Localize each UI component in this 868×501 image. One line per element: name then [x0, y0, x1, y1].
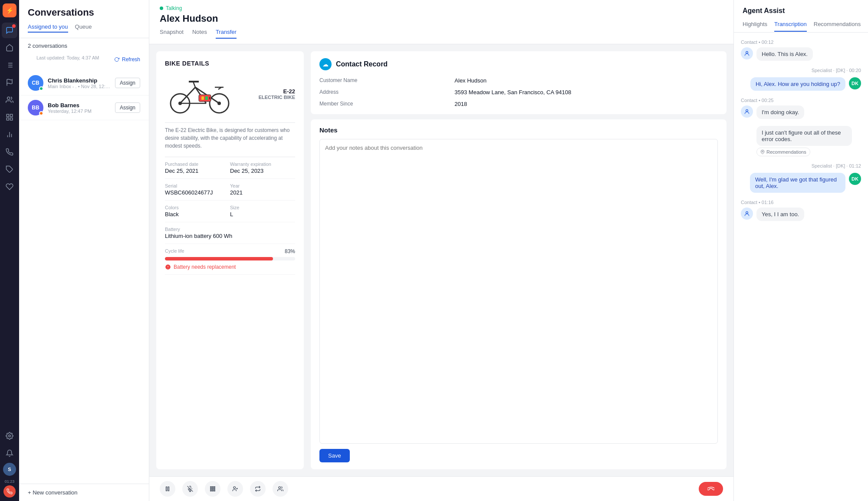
nav-home[interactable] [2, 40, 17, 56]
message-group: Contact • 00:12 Hello. This is Alex. [741, 40, 861, 61]
detail-value: Black [165, 211, 230, 218]
nav-conversations[interactable] [2, 23, 17, 38]
svg-point-50 [233, 487, 236, 489]
keypad-button[interactable] [205, 481, 220, 497]
bike-description: The E-22 Electric Bike, is designed for … [165, 122, 295, 150]
message-bubble: Yes, I I am too. [756, 208, 804, 221]
tab-recommendations[interactable]: Recommendations [814, 21, 861, 32]
detail-value: Dec 25, 2023 [230, 168, 295, 174]
tab-notes[interactable]: Notes [192, 29, 207, 39]
nav-grid[interactable] [2, 109, 17, 125]
detail-label: Battery [165, 227, 295, 232]
nav-flag[interactable] [2, 75, 17, 90]
svg-rect-9 [10, 114, 13, 116]
message-timestamp: Contact • 00:25 [741, 98, 861, 103]
message-group: Specialist · [DK] · 00:20 Hi, Alex. How … [741, 68, 861, 91]
bike-model-sub: ELECTRIC BIKE [259, 95, 295, 100]
talking-badge: Talking [160, 5, 723, 11]
conv-info: Chris Blankenship Main Inbox - . • Nov 2… [48, 77, 111, 89]
detail-serial: Serial WSBC606024677J [165, 179, 230, 201]
notes-textarea[interactable] [319, 139, 718, 444]
message-bubble-left: I just can't figure out all of these err… [741, 126, 861, 156]
user-avatar[interactable]: S [3, 463, 16, 476]
cycle-life-label: Cycle life [165, 248, 184, 254]
conv-sub: Main Inbox - . • Nov 28, 12:09 PM [48, 84, 111, 89]
tab-transcription[interactable]: Transcription [774, 21, 807, 32]
notes-title: Notes [319, 126, 718, 134]
nav-bell[interactable] [2, 445, 17, 461]
message-group: Contact • 00:25 I'm doing okay. [741, 98, 861, 119]
conv-name: Bob Barnes [48, 102, 111, 109]
transfer-button[interactable] [250, 481, 266, 497]
status-indicator[interactable] [3, 485, 16, 498]
tab-assigned-to-you[interactable]: Assigned to you [28, 23, 68, 33]
contact-record-panel: ☁ Contact Record Customer Name Alex Huds… [311, 51, 727, 114]
conference-button[interactable] [273, 481, 288, 497]
svg-rect-47 [210, 490, 211, 491]
tab-transfer[interactable]: Transfer [216, 29, 237, 39]
conversations-list: CB Chris Blankenship Main Inbox - . • No… [19, 67, 149, 484]
agent-assist-panel: Agent Assist Highlights Transcription Re… [733, 0, 868, 501]
location-icon [760, 150, 765, 154]
message-group: I just can't figure out all of these err… [741, 126, 861, 156]
nav-list[interactable] [2, 57, 17, 73]
recommendations-tag[interactable]: Recommendations [756, 148, 810, 156]
nav-phone[interactable] [2, 144, 17, 160]
sidebar-title: Conversations [28, 7, 140, 18]
svg-line-21 [180, 87, 195, 103]
detail-value: Lithium-ion battery 600 Wh [165, 233, 295, 239]
bike-details-grid: Purchased date Dec 25, 2021 Warranty exp… [165, 157, 295, 244]
right-panels: ☁ Contact Record Customer Name Alex Huds… [311, 51, 727, 469]
contact-avatar [741, 105, 753, 118]
status-dot [39, 111, 43, 115]
refresh-button[interactable]: Refresh [114, 56, 140, 63]
cycle-life-section: Cycle life 83% Battery needs replacement [165, 244, 295, 275]
tab-queue[interactable]: Queue [75, 23, 92, 33]
detail-label: Year [230, 183, 295, 188]
svg-rect-30 [201, 96, 204, 100]
message-timestamp: Contact • 01:16 [741, 200, 861, 205]
contact-avatar [741, 47, 753, 59]
pause-button[interactable] [160, 481, 175, 497]
main-header: Talking Alex Hudson Snapshot Notes Trans… [149, 0, 733, 44]
end-call-button[interactable] [699, 482, 723, 496]
main-tabs: Snapshot Notes Transfer [160, 29, 723, 39]
add-participant-button[interactable] [227, 481, 243, 497]
detail-label: Purchased date [165, 162, 230, 167]
nav-users[interactable] [2, 92, 17, 108]
message-bubble-right: Hi, Alex. How are you holding up? DK [741, 77, 861, 91]
assign-button[interactable]: Assign [115, 102, 140, 113]
svg-rect-29 [199, 95, 211, 102]
message-timestamp: Specialist · [DK] · 00:20 [741, 68, 861, 73]
nav-tag[interactable] [2, 162, 17, 177]
nav-heart[interactable] [2, 179, 17, 194]
conv-info: Bob Barnes Yesterday, 12:47 PM [48, 102, 111, 114]
last-updated: Last updated: Today, 4:37 AM [28, 55, 108, 64]
svg-rect-32 [209, 97, 210, 99]
talking-label: Talking [166, 5, 182, 11]
new-conversation-button[interactable]: + New conversation [28, 489, 78, 496]
svg-rect-42 [212, 487, 213, 488]
message-with-tag: I just can't figure out all of these err… [756, 126, 852, 156]
svg-point-59 [746, 211, 748, 214]
message-bubble: I just can't figure out all of these err… [756, 126, 852, 146]
detail-value: 2021 [230, 189, 295, 196]
tab-snapshot[interactable]: Snapshot [160, 29, 184, 39]
svg-point-7 [7, 97, 10, 99]
save-notes-button[interactable]: Save [319, 449, 350, 462]
cycle-life-percentage: 83% [285, 248, 295, 254]
tab-highlights[interactable]: Highlights [743, 21, 767, 32]
conversation-item[interactable]: BB Bob Barnes Yesterday, 12:47 PM Assign [19, 96, 149, 120]
svg-rect-48 [212, 490, 213, 491]
assign-button[interactable]: Assign [115, 78, 140, 88]
sidebar-refresh-row: Last updated: Today, 4:37 AM Refresh [19, 53, 149, 67]
avatar: BB [28, 100, 43, 115]
nav-settings[interactable] [2, 428, 17, 444]
svg-rect-8 [7, 114, 9, 116]
mute-button[interactable] [182, 481, 198, 497]
detail-purchased-date: Purchased date Dec 25, 2021 [165, 157, 230, 179]
svg-rect-46 [214, 488, 215, 489]
nav-chart[interactable] [2, 127, 17, 142]
bike-panel-title: BIKE DETAILS [165, 60, 295, 67]
conversation-item[interactable]: CB Chris Blankenship Main Inbox - . • No… [19, 71, 149, 96]
